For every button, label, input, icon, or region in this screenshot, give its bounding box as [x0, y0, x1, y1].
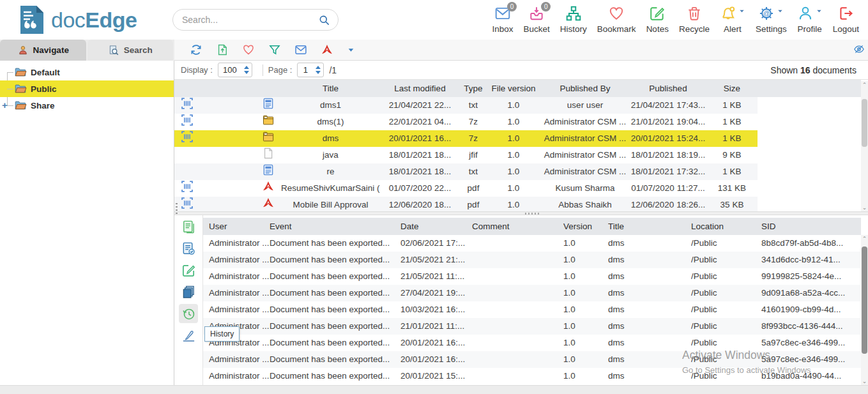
- column-header[interactable]: Event: [270, 218, 400, 235]
- caret-down-icon[interactable]: [738, 8, 745, 15]
- caret-down-icon[interactable]: [816, 8, 823, 15]
- column-header[interactable]: Size: [706, 80, 758, 97]
- nav-settings[interactable]: @Settings: [750, 3, 792, 35]
- scroll-thumb[interactable]: [862, 246, 867, 354]
- splitter-grip-horizontal[interactable]: [525, 213, 540, 215]
- panel-splitter[interactable]: [174, 211, 868, 215]
- scroll-down-icon[interactable]: ⌄: [861, 204, 868, 211]
- cell-version: 1.0: [563, 351, 608, 368]
- cell-version: 1.0: [563, 335, 608, 351]
- navigate-figure-icon: [17, 45, 29, 56]
- tool-sign[interactable]: [179, 326, 198, 345]
- tool-edit[interactable]: [179, 261, 198, 280]
- column-header[interactable]: Type: [460, 80, 487, 97]
- global-search[interactable]: [172, 9, 339, 31]
- scroll-up-icon[interactable]: ⌃: [861, 235, 868, 243]
- column-header[interactable]: Title: [281, 80, 380, 97]
- nav-inbox[interactable]: 0Inbox: [487, 3, 519, 35]
- search-icon[interactable]: [318, 14, 330, 26]
- toolbar-upload-icon[interactable]: [216, 43, 229, 56]
- search-input[interactable]: [181, 14, 318, 26]
- page-number-arrows[interactable]: [313, 66, 323, 74]
- column-header[interactable]: Location: [691, 218, 761, 235]
- nav-bookmark[interactable]: Bookmark: [592, 3, 641, 35]
- document-row[interactable]: ResumeShivKumarSaini (1)01/07/2020 22...…: [174, 180, 758, 197]
- column-header[interactable]: Title: [608, 218, 691, 235]
- cell-title: dms(1): [281, 114, 380, 130]
- doc-stack-icon: [181, 285, 196, 299]
- toolbar-more-icon[interactable]: [347, 46, 355, 54]
- cell-event: Document has been exported...: [270, 301, 400, 318]
- column-header[interactable]: Published: [630, 80, 706, 97]
- display-count-arrows[interactable]: [241, 66, 252, 74]
- spin-down-icon[interactable]: [316, 71, 321, 74]
- column-header[interactable]: Date: [400, 218, 472, 235]
- display-count-value[interactable]: 100: [218, 65, 241, 75]
- toolbar-mail-icon[interactable]: [294, 43, 307, 56]
- history-row[interactable]: Administrator ...Document has been expor…: [203, 285, 861, 301]
- nav-profile[interactable]: Profile: [792, 3, 828, 35]
- toolbar-pdf-export-icon[interactable]: [321, 43, 333, 56]
- cell-event: Document has been exported...: [270, 318, 400, 335]
- nav-recycle[interactable]: Recycle: [674, 3, 715, 35]
- document-row[interactable]: dms(1)22/01/2021 04...7z1.0Administrator…: [174, 114, 758, 130]
- scroll-down-icon[interactable]: ⌄: [861, 377, 868, 385]
- history-row[interactable]: Administrator ...Document has been expor…: [203, 235, 861, 252]
- nav-logout[interactable]: Logout: [828, 3, 864, 35]
- spin-up-icon[interactable]: [244, 66, 249, 69]
- document-row[interactable]: java18/01/2021 18...jfif1.0Administrator…: [174, 147, 758, 163]
- document-row[interactable]: Mobile Bill Approval12/06/2020 18...pdf1…: [174, 197, 758, 211]
- folder-label: Default: [31, 68, 60, 77]
- caret-down-icon[interactable]: [777, 8, 784, 15]
- cell-type: txt: [460, 163, 487, 180]
- page-number-stepper[interactable]: 1: [297, 63, 324, 77]
- tool-approval[interactable]: [179, 239, 198, 258]
- column-header[interactable]: File version: [487, 80, 540, 97]
- tree-item-default[interactable]: Default: [0, 64, 174, 80]
- barcode-cell: [181, 130, 200, 147]
- nav-bucket[interactable]: 0Bucket: [519, 3, 555, 35]
- cell-published: 18/01/2021 17:32...: [630, 163, 706, 180]
- document-row[interactable]: re18/01/2021 18...txt1.0Administrator CS…: [174, 163, 758, 180]
- cell-file_version: 1.0: [487, 114, 540, 130]
- history-row[interactable]: Administrator ...Document has been expor…: [203, 252, 861, 268]
- tool-preview[interactable]: [179, 217, 198, 236]
- display-label: Display :: [181, 65, 213, 75]
- column-header[interactable]: Last modified: [380, 80, 460, 97]
- toolbar-favorite-icon[interactable]: [242, 43, 255, 56]
- eye-slash-icon[interactable]: [853, 43, 865, 55]
- folder-tree: DefaultPublic+Share: [0, 61, 174, 114]
- column-header[interactable]: Comment: [472, 218, 563, 235]
- column-header[interactable]: SID: [761, 218, 858, 235]
- history-row[interactable]: Administrator ...Document has been expor…: [203, 301, 861, 318]
- column-header[interactable]: Published By: [540, 80, 630, 97]
- toolbar-refresh-icon[interactable]: [190, 43, 202, 56]
- spin-down-icon[interactable]: [244, 71, 249, 74]
- page-number-value[interactable]: 1: [298, 65, 313, 75]
- scroll-up-icon[interactable]: ⌃: [861, 81, 868, 89]
- nav-notes[interactable]: Notes: [641, 3, 674, 35]
- document-row[interactable]: dms20/01/2021 16...7z1.0Administrator CS…: [174, 130, 758, 147]
- cell-date: 20/01/2021 16:...: [400, 335, 472, 351]
- expand-plus-icon[interactable]: +: [2, 101, 10, 109]
- nav-history[interactable]: History: [555, 3, 592, 35]
- nav-alert[interactable]: Alert: [715, 3, 750, 35]
- display-count-stepper[interactable]: 100: [218, 63, 252, 77]
- tab-navigate[interactable]: Navigate: [0, 40, 86, 61]
- history-row[interactable]: Administrator ...Document has been expor…: [203, 318, 861, 335]
- column-header[interactable]: Version: [563, 218, 608, 235]
- tool-copies[interactable]: [179, 282, 198, 301]
- scroll-thumb[interactable]: [862, 99, 867, 147]
- tool-history[interactable]: [179, 304, 198, 323]
- envelope-icon: 0: [494, 5, 511, 22]
- tree-item-public[interactable]: Public: [0, 80, 174, 97]
- tab-search[interactable]: Search: [88, 40, 174, 61]
- history-scrollbar[interactable]: ⌃ ⌄: [861, 235, 868, 385]
- spin-up-icon[interactable]: [316, 66, 321, 69]
- history-row[interactable]: Administrator ...Document has been expor…: [203, 268, 861, 285]
- toolbar-filter-icon[interactable]: [268, 43, 281, 56]
- documents-scrollbar[interactable]: ⌃ ⌄: [861, 81, 868, 211]
- document-row[interactable]: dms121/04/2021 22...txt1.0user user21/04…: [174, 97, 758, 114]
- column-header[interactable]: User: [209, 218, 270, 235]
- tree-item-share[interactable]: +Share: [0, 97, 174, 114]
